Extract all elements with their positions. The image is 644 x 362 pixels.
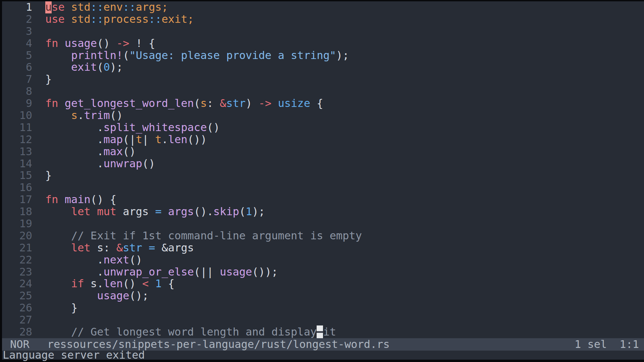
- code-token: [45, 289, 97, 302]
- code-line[interactable]: 22 .next(): [2, 254, 644, 266]
- code-token: use: [45, 13, 65, 25]
- code-text: }: [45, 73, 52, 85]
- code-token: str: [226, 97, 246, 110]
- code-token: );: [110, 61, 123, 73]
- code-line[interactable]: 21 let s: &str = &args: [2, 242, 644, 254]
- code-token: exit: [162, 13, 187, 25]
- code-line[interactable]: 13 .max(): [2, 146, 644, 158]
- code-line[interactable]: 12 .map(|t| t.len()): [2, 134, 644, 146]
- code-text: }: [45, 301, 77, 314]
- code-token: "Usage: please provide a string": [129, 49, 336, 62]
- code-line[interactable]: 14 .unwrap(): [2, 158, 644, 170]
- code-line[interactable]: 18 let mut args = args().skip(1);: [2, 206, 644, 218]
- code-token: println!: [71, 49, 123, 62]
- line-number: 23: [2, 266, 32, 278]
- code-line[interactable]: 8: [2, 85, 644, 98]
- code-token: );: [252, 205, 265, 218]
- code-token: (: [194, 97, 200, 110]
- code-line[interactable]: 7}: [2, 73, 644, 85]
- line-number: 11: [2, 122, 32, 134]
- line-number: 24: [2, 278, 32, 290]
- code-text: let mut args = args().skip(1);: [45, 205, 265, 218]
- code-token: .: [45, 157, 103, 170]
- code-token: }: [45, 301, 77, 314]
- code-token: args: [136, 1, 162, 13]
- code-token: split_whitespace: [103, 121, 207, 134]
- line-number: 28: [2, 326, 32, 338]
- line-number: 25: [2, 290, 32, 302]
- code-token: let: [71, 241, 91, 254]
- code-token: (): [97, 37, 110, 50]
- code-token: ::: [91, 13, 104, 25]
- code-text: use std::env::args;: [45, 1, 168, 13]
- code-text: }: [45, 169, 52, 182]
- code-token: it: [323, 325, 336, 338]
- code-text: let s: &str = &args: [45, 241, 194, 254]
- line-number: 8: [2, 85, 32, 98]
- code-line[interactable]: 1use std::env::args;: [2, 1, 644, 13]
- code-line[interactable]: 5 println!("Usage: please provide a stri…: [2, 50, 644, 62]
- code-line[interactable]: 28 // Get longest word length and displa…: [2, 326, 644, 338]
- code-line[interactable]: 3: [2, 25, 644, 38]
- code-token: &args: [155, 241, 194, 254]
- line-number: 18: [2, 206, 32, 218]
- code-line[interactable]: 9fn get_longest_word_len(s: &str) -> usi…: [2, 98, 644, 110]
- code-token: (): [123, 277, 142, 290]
- code-token: &: [116, 241, 123, 254]
- code-line[interactable]: 2use std::process::exit;: [2, 13, 644, 25]
- code-token: if: [71, 277, 84, 290]
- code-text: if s.len() < 1 {: [45, 277, 174, 290]
- terminal-window: 1use std::env::args;2use std::process::e…: [2, 1, 644, 360]
- secondary-cursor: [317, 325, 323, 338]
- code-token: ! {: [129, 37, 155, 50]
- code-line[interactable]: 11 .split_whitespace(): [2, 122, 644, 134]
- code-token: (): [207, 121, 220, 134]
- line-number: 9: [2, 98, 32, 110]
- code-token: =: [155, 205, 162, 218]
- code-text: fn get_longest_word_len(s: &str) -> usiz…: [45, 97, 323, 110]
- code-line[interactable]: 16: [2, 182, 644, 194]
- code-token: (: [123, 49, 129, 62]
- code-line[interactable]: 15}: [2, 170, 644, 182]
- code-line[interactable]: 19: [2, 218, 644, 230]
- code-token: :: [207, 97, 220, 110]
- code-line[interactable]: 10 s.trim(): [2, 110, 644, 122]
- line-number: 15: [2, 170, 32, 182]
- line-number: 2: [2, 13, 32, 25]
- code-token: 1: [155, 277, 162, 290]
- code-token: [45, 325, 71, 338]
- line-number: 6: [2, 61, 32, 73]
- code-token: // Get longest word length and display: [71, 325, 317, 338]
- code-line[interactable]: 17fn main() {: [2, 194, 644, 206]
- code-token: [149, 277, 155, 290]
- code-token: [142, 241, 149, 254]
- code-line[interactable]: 25 usage();: [2, 290, 644, 302]
- code-token: unwrap: [103, 157, 142, 170]
- code-token: usize: [278, 97, 310, 110]
- code-token: usage: [65, 37, 97, 50]
- code-token: ): [246, 97, 259, 110]
- code-token: [45, 61, 71, 73]
- code-token: (): [123, 145, 136, 158]
- code-line[interactable]: 26 }: [2, 302, 644, 314]
- code-text: s.trim(): [45, 109, 123, 122]
- code-token: unwrap_or_else: [103, 265, 194, 278]
- code-line[interactable]: 6 exit(0);: [2, 61, 644, 73]
- code-token: [162, 205, 168, 218]
- code-text: .split_whitespace(): [45, 121, 220, 134]
- code-line[interactable]: 27: [2, 314, 644, 326]
- code-line[interactable]: 23 .unwrap_or_else(|| usage());: [2, 266, 644, 278]
- code-line[interactable]: 20 // Exit if 1st command-line argument …: [2, 230, 644, 242]
- line-number: 4: [2, 38, 32, 50]
- code-line[interactable]: 4fn usage() -> ! {: [2, 38, 644, 50]
- code-token: =: [149, 241, 155, 254]
- line-number: 7: [2, 73, 32, 85]
- code-token: len: [103, 277, 123, 290]
- line-number: 12: [2, 134, 32, 146]
- code-line[interactable]: 24 if s.len() < 1 {: [2, 278, 644, 290]
- code-token: ()): [187, 133, 207, 146]
- line-number: 19: [2, 218, 32, 230]
- code-token: // Exit if 1st command-line argument is …: [71, 229, 362, 242]
- code-token: ;: [162, 1, 168, 13]
- code-area[interactable]: 1use std::env::args;2use std::process::e…: [2, 1, 644, 338]
